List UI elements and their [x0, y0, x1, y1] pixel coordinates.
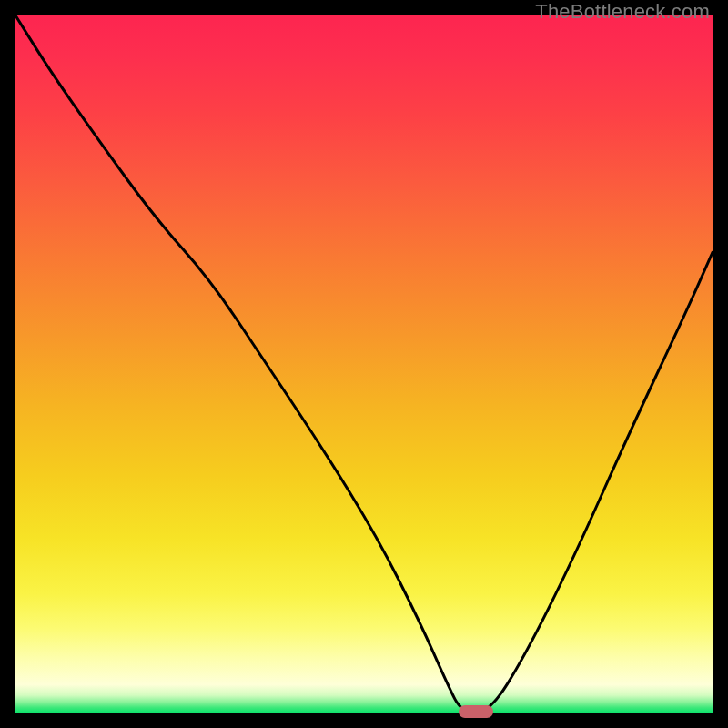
watermark-text: TheBottleneck.com	[535, 0, 710, 24]
chart-plot-area	[15, 15, 713, 713]
bottleneck-curve	[15, 15, 713, 713]
optimal-marker	[459, 705, 493, 718]
chart-frame: TheBottleneck.com	[0, 0, 728, 728]
